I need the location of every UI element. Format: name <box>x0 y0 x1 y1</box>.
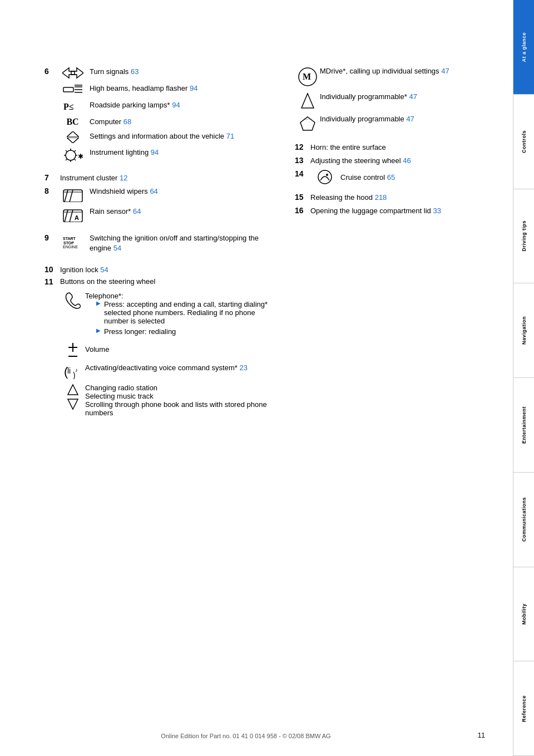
item-rain-sensor: A Rain sensor* 64 <box>60 207 158 222</box>
section-13: 13 Adjusting the steering wheel 46 <box>295 156 491 165</box>
section-7-text: Instrument cluster <box>60 174 117 182</box>
svg-point-47 <box>326 174 328 176</box>
start-stop-text: Switching the ignition on/off and starti… <box>90 233 278 253</box>
section-10-page[interactable]: 54 <box>100 266 108 274</box>
sidebar-item-communications[interactable]: Communications <box>513 473 534 567</box>
svg-line-17 <box>66 159 67 160</box>
sidebar-item-driving-tips[interactable]: Driving tips <box>513 189 534 284</box>
sidebar-label-entertainment: Entertainment <box>521 406 527 444</box>
sidebar-item-reference[interactable]: Reference <box>513 661 534 756</box>
high-beams-page[interactable]: 94 <box>190 84 197 92</box>
section-6: 6 Turn signals 63 <box>44 67 278 166</box>
section-14-page[interactable]: 65 <box>387 173 395 181</box>
windshield-text: Windshield wipers 64 <box>90 186 158 197</box>
section-9-number: 9 <box>44 233 56 242</box>
section-14: 14 Cruise control 65 <box>295 169 491 185</box>
sidebar-item-mobility[interactable]: Mobility <box>513 567 534 662</box>
sidebar-item-at-a-glance[interactable]: At a glance <box>513 0 534 95</box>
high-beams-text: High beams, headlamp flasher 94 <box>90 84 234 94</box>
ind-prog2-text: Individually programmable 47 <box>320 115 414 123</box>
svg-line-22 <box>65 190 68 202</box>
section-8-number: 8 <box>44 186 56 195</box>
footer-text: Online Edition for Part no. 01 41 0 014 … <box>161 733 330 739</box>
turn-signals-page[interactable]: 63 <box>131 67 139 76</box>
mdrive-page[interactable]: 47 <box>441 67 449 75</box>
telephone-label: Telephone*: <box>85 292 278 300</box>
section-11-number: 11 <box>44 277 56 286</box>
section-10-number: 10 <box>44 265 56 274</box>
svg-text:♪: ♪ <box>75 367 78 373</box>
roadside-text: Roadside parking lamps* 94 <box>90 100 234 110</box>
svg-marker-1 <box>71 68 83 78</box>
section-15: 15 Releasing the hood 218 <box>295 193 491 202</box>
ind-prog2-page[interactable]: 47 <box>406 115 414 123</box>
settings-icon <box>60 131 85 143</box>
instrument-lighting-icon: ✱ <box>60 148 85 162</box>
page-container: 6 Turn signals 63 <box>0 0 534 756</box>
section-13-page[interactable]: 46 <box>403 156 411 165</box>
section-16-page[interactable]: 33 <box>433 207 441 215</box>
svg-text:li: li <box>67 366 71 375</box>
section-10-text: Ignition lock <box>60 266 98 274</box>
section-14-content: Cruise control 65 <box>314 169 395 185</box>
instrument-lighting-page[interactable]: 94 <box>151 148 159 156</box>
section-13-number: 13 <box>295 156 306 165</box>
ind-prog1-text: Individually programmable* 47 <box>320 92 417 101</box>
svg-line-18 <box>75 150 76 151</box>
section-9: 9 START STOP ENGINE Switching the igni <box>44 233 278 258</box>
svg-text:ENGINE: ENGINE <box>63 245 78 249</box>
sidebar-label-reference: Reference <box>521 695 527 722</box>
settings-page[interactable]: 71 <box>226 132 234 140</box>
roadside-icon: P≤ <box>60 100 85 112</box>
item-instrument-lighting: ✱ Instrument lighting 94 <box>60 148 234 162</box>
sidebar-item-navigation[interactable]: Navigation <box>513 283 534 378</box>
item-telephone: Telephone*: ▶ Press: accepting and endin… <box>60 292 278 338</box>
computer-page[interactable]: 68 <box>123 117 131 126</box>
section-7-page[interactable]: 12 <box>120 174 127 182</box>
voice-icon: ( li ) ♪ <box>60 364 85 379</box>
ind-prog2-icon <box>295 115 320 131</box>
item-radio: Changing radio station Selecting music t… <box>60 384 278 417</box>
section-11-header: 11 Buttons on the steering wheel <box>44 277 278 286</box>
radio-icon <box>60 384 85 410</box>
svg-marker-40 <box>68 399 78 409</box>
voice-text: Activating/deactivating voice command sy… <box>85 364 248 372</box>
svg-line-27 <box>70 210 73 222</box>
svg-text:START: START <box>63 237 76 240</box>
sidebar-item-entertainment[interactable]: Entertainment <box>513 378 534 473</box>
svg-line-23 <box>70 190 73 202</box>
item-mdrive: M MDrive*, calling up individual setting… <box>295 67 491 87</box>
item-settings: Settings and information about the vehic… <box>60 131 234 143</box>
turn-signals-text: Turn signals 63 <box>90 67 234 77</box>
bullet-icon: ▶ <box>96 300 101 306</box>
sidebar-label-driving-tips: Driving tips <box>521 220 527 252</box>
left-column: 6 Turn signals 63 <box>44 67 278 424</box>
svg-marker-0 <box>62 68 75 78</box>
rain-sensor-page[interactable]: 64 <box>133 207 141 215</box>
svg-text:STOP: STOP <box>63 241 74 245</box>
svg-line-16 <box>75 159 76 160</box>
sidebar-item-controls[interactable]: Controls <box>513 95 534 189</box>
item-ind-prog1: Individually programmable* 47 <box>295 92 491 109</box>
voice-page[interactable]: 23 <box>239 364 247 372</box>
svg-line-15 <box>66 150 67 151</box>
radio-text: Changing radio station Selecting music t… <box>85 384 278 417</box>
item-roadside: P≤ Roadside parking lamps* 94 <box>60 100 234 112</box>
section-8-header: 8 <box>44 186 278 227</box>
sidebar: At a glance Controls Driving tips Naviga… <box>513 0 534 756</box>
section-6-header: 6 Turn signals 63 <box>44 67 278 166</box>
high-beams-icon <box>60 84 85 96</box>
sidebar-label-communications: Communications <box>521 497 527 542</box>
volume-text: Volume <box>85 345 109 354</box>
svg-rect-2 <box>63 87 73 92</box>
start-stop-page[interactable]: 54 <box>113 244 121 252</box>
svg-marker-39 <box>68 385 78 395</box>
svg-text:A: A <box>75 214 79 221</box>
section-15-page[interactable]: 218 <box>375 193 387 202</box>
sidebar-label-mobility: Mobility <box>521 603 527 625</box>
computer-text: Computer 68 <box>90 117 234 127</box>
ind-prog1-page[interactable]: 47 <box>409 92 417 101</box>
start-stop-icon: START STOP ENGINE <box>60 233 85 249</box>
roadside-page[interactable]: 94 <box>172 101 180 109</box>
windshield-page[interactable]: 64 <box>150 187 157 195</box>
